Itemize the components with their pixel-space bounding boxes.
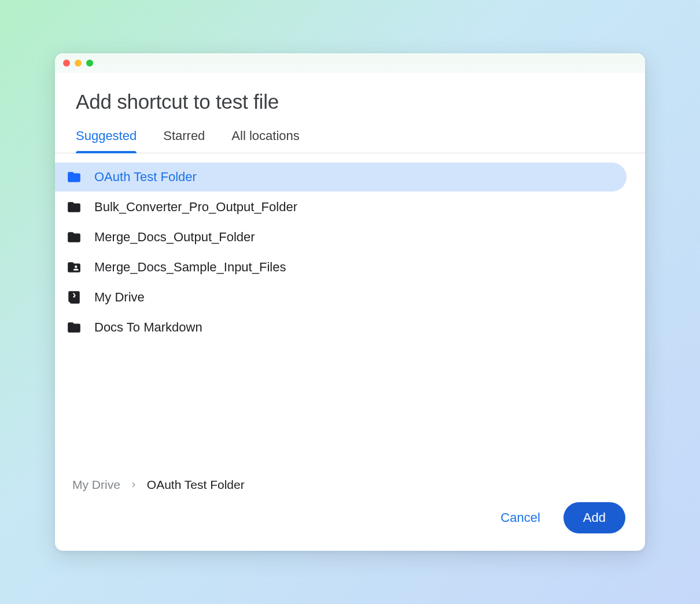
tab-all-locations[interactable]: All locations (231, 128, 299, 153)
list-item[interactable]: Merge_Docs_Sample_Input_Files (55, 253, 645, 282)
tabs: Suggested Starred All locations (55, 113, 645, 153)
list-item[interactable]: OAuth Test Folder (55, 163, 627, 191)
breadcrumb-current[interactable]: OAuth Test Folder (147, 478, 245, 492)
tab-suggested[interactable]: Suggested (76, 128, 137, 153)
list-item-label: Merge_Docs_Sample_Input_Files (94, 260, 286, 275)
list-item-label: OAuth Test Folder (94, 170, 197, 185)
tab-starred[interactable]: Starred (163, 128, 205, 153)
list-item-label: Bulk_Converter_Pro_Output_Folder (94, 200, 297, 215)
dialog-title: Add shortcut to test file (76, 90, 624, 113)
list-item[interactable]: My Drive (55, 283, 645, 312)
folder-icon (67, 170, 82, 185)
dialog-footer: Cancel Add (55, 502, 645, 551)
window-titlebar (55, 53, 645, 73)
chevron-right-icon (128, 480, 139, 490)
breadcrumb-root[interactable]: My Drive (72, 478, 120, 492)
folder-icon (67, 230, 82, 245)
add-button[interactable]: Add (563, 502, 625, 533)
dialog-header: Add shortcut to test file (55, 73, 645, 113)
drive-icon (67, 290, 82, 305)
breadcrumb: My Drive OAuth Test Folder (55, 478, 645, 502)
folder-list: OAuth Test Folder Bulk_Converter_Pro_Out… (55, 153, 645, 478)
window-minimize-button[interactable] (75, 60, 82, 67)
folder-shared-icon (67, 260, 82, 275)
list-item[interactable]: Merge_Docs_Output_Folder (55, 223, 645, 252)
list-item[interactable]: Bulk_Converter_Pro_Output_Folder (55, 193, 645, 222)
window-maximize-button[interactable] (86, 60, 93, 67)
dialog-window: Add shortcut to test file Suggested Star… (55, 53, 645, 551)
list-item-label: Merge_Docs_Output_Folder (94, 230, 255, 245)
folder-icon (67, 320, 82, 335)
list-item-label: My Drive (94, 290, 145, 305)
cancel-button[interactable]: Cancel (492, 502, 548, 533)
list-item[interactable]: Docs To Markdown (55, 313, 645, 342)
window-close-button[interactable] (63, 60, 70, 67)
folder-icon (67, 200, 82, 215)
list-item-label: Docs To Markdown (94, 320, 202, 335)
